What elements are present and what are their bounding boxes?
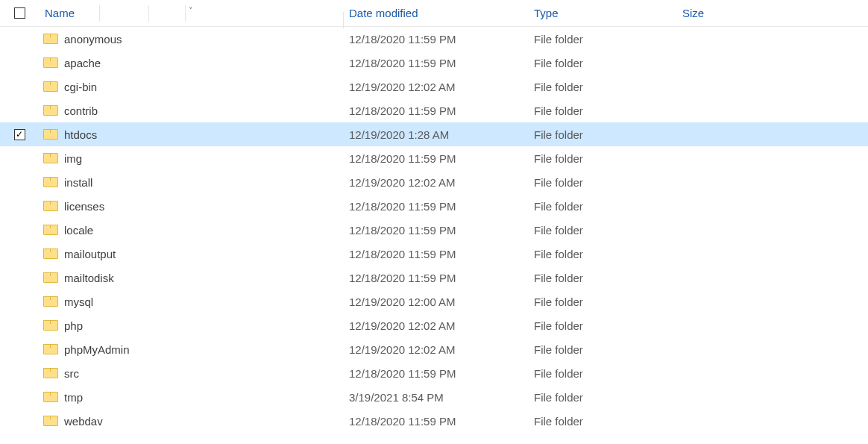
type-cell: File folder bbox=[528, 272, 676, 284]
row-checkbox-cell[interactable] bbox=[0, 153, 39, 164]
select-all-cell[interactable] bbox=[0, 7, 39, 19]
column-header-type[interactable]: Type bbox=[528, 7, 676, 19]
column-header-name[interactable]: Name ˅ bbox=[39, 7, 343, 19]
type-cell: File folder bbox=[528, 415, 676, 428]
file-type: File folder bbox=[528, 367, 583, 380]
file-row[interactable]: phpMyAdmin12/19/2020 12:02 AMFile folder bbox=[0, 337, 868, 361]
row-checkbox-cell[interactable] bbox=[0, 392, 39, 403]
file-row[interactable]: tmp3/19/2021 8:54 PMFile folder bbox=[0, 385, 868, 409]
date-modified: 12/18/2020 11:59 PM bbox=[343, 248, 456, 260]
folder-icon bbox=[43, 177, 57, 187]
file-type: File folder bbox=[528, 104, 583, 117]
name-cell[interactable]: htdocs bbox=[39, 128, 343, 141]
file-name: apache bbox=[64, 57, 101, 69]
name-cell[interactable]: contrib bbox=[39, 104, 343, 117]
date-cell: 12/19/2020 1:28 AM bbox=[343, 128, 528, 141]
file-row[interactable]: contrib12/18/2020 11:59 PMFile folder bbox=[0, 99, 868, 122]
date-cell: 3/19/2021 8:54 PM bbox=[343, 391, 528, 404]
row-checkbox-cell[interactable] bbox=[0, 201, 39, 212]
column-header-size[interactable]: Size bbox=[676, 7, 776, 19]
date-cell: 12/18/2020 11:59 PM bbox=[343, 57, 528, 69]
type-cell: File folder bbox=[528, 152, 676, 165]
name-cell[interactable]: src bbox=[39, 367, 343, 380]
type-cell: File folder bbox=[528, 319, 676, 332]
file-row[interactable]: apache12/18/2020 11:59 PMFile folder bbox=[0, 51, 868, 75]
file-type: File folder bbox=[528, 248, 583, 260]
row-checkbox-cell[interactable]: ✓ bbox=[0, 129, 39, 140]
name-cell[interactable]: webdav bbox=[39, 415, 343, 428]
date-modified: 12/18/2020 11:59 PM bbox=[343, 224, 456, 237]
file-type: File folder bbox=[528, 152, 583, 165]
date-cell: 12/18/2020 11:59 PM bbox=[343, 224, 528, 237]
date-modified: 12/18/2020 11:59 PM bbox=[343, 152, 456, 165]
row-checkbox-cell[interactable] bbox=[0, 248, 39, 260]
name-cell[interactable]: install bbox=[39, 176, 343, 189]
name-cell[interactable]: php bbox=[39, 319, 343, 332]
file-row[interactable]: webdav12/18/2020 11:59 PMFile folder bbox=[0, 409, 868, 433]
name-cell[interactable]: mailoutput bbox=[39, 248, 343, 260]
type-cell: File folder bbox=[528, 57, 676, 69]
name-cell[interactable]: anonymous bbox=[39, 33, 343, 46]
name-cell[interactable]: mysql bbox=[39, 296, 343, 308]
type-cell: File folder bbox=[528, 200, 676, 213]
name-cell[interactable]: locale bbox=[39, 224, 343, 237]
column-header-date[interactable]: Date modified bbox=[343, 7, 528, 19]
file-row[interactable]: ✓htdocs12/19/2020 1:28 AMFile folder bbox=[0, 122, 868, 146]
file-row[interactable]: anonymous12/18/2020 11:59 PMFile folder bbox=[0, 27, 868, 51]
folder-icon bbox=[43, 248, 57, 259]
date-modified: 12/19/2020 12:02 AM bbox=[343, 319, 456, 332]
file-row[interactable]: img12/18/2020 11:59 PMFile folder bbox=[0, 146, 868, 170]
file-row[interactable]: cgi-bin12/19/2020 12:02 AMFile folder bbox=[0, 75, 868, 99]
file-row[interactable]: locale12/18/2020 11:59 PMFile folder bbox=[0, 218, 868, 242]
date-modified: 12/18/2020 11:59 PM bbox=[343, 367, 456, 380]
file-name: src bbox=[64, 367, 79, 380]
file-name: mailoutput bbox=[64, 248, 116, 260]
row-checkbox-cell[interactable] bbox=[0, 34, 39, 45]
file-row[interactable]: mailtodisk12/18/2020 11:59 PMFile folder bbox=[0, 266, 868, 290]
row-checkbox-cell[interactable] bbox=[0, 57, 39, 69]
select-all-checkbox[interactable] bbox=[14, 7, 25, 19]
name-cell[interactable]: tmp bbox=[39, 391, 343, 404]
file-row[interactable]: src12/18/2020 11:59 PMFile folder bbox=[0, 361, 868, 385]
row-checkbox[interactable]: ✓ bbox=[14, 129, 25, 140]
file-type: File folder bbox=[528, 319, 583, 332]
file-name: anonymous bbox=[64, 33, 122, 46]
file-type: File folder bbox=[528, 200, 583, 213]
folder-icon bbox=[43, 105, 57, 116]
file-row[interactable]: mysql12/19/2020 12:00 AMFile folder bbox=[0, 290, 868, 313]
row-checkbox-cell[interactable] bbox=[0, 225, 39, 236]
date-cell: 12/18/2020 11:59 PM bbox=[343, 200, 528, 213]
folder-icon bbox=[43, 416, 57, 426]
row-checkbox-cell[interactable] bbox=[0, 296, 39, 307]
row-checkbox-cell[interactable] bbox=[0, 105, 39, 116]
date-modified: 12/18/2020 11:59 PM bbox=[343, 200, 456, 213]
date-cell: 12/18/2020 11:59 PM bbox=[343, 248, 528, 260]
row-checkbox-cell[interactable] bbox=[0, 177, 39, 188]
column-header-date-label: Date modified bbox=[343, 7, 418, 19]
name-cell[interactable]: cgi-bin bbox=[39, 81, 343, 93]
date-modified: 12/19/2020 12:00 AM bbox=[343, 296, 456, 308]
name-cell[interactable]: licenses bbox=[39, 200, 343, 213]
row-checkbox-cell[interactable] bbox=[0, 81, 39, 93]
file-name: licenses bbox=[64, 200, 104, 213]
row-checkbox-cell[interactable] bbox=[0, 344, 39, 355]
file-name: locale bbox=[64, 224, 93, 237]
file-row[interactable]: php12/19/2020 12:02 AMFile folder bbox=[0, 313, 868, 337]
type-cell: File folder bbox=[528, 224, 676, 237]
row-checkbox-cell[interactable] bbox=[0, 368, 39, 379]
row-checkbox-cell[interactable] bbox=[0, 320, 39, 331]
name-cell[interactable]: mailtodisk bbox=[39, 272, 343, 284]
file-type: File folder bbox=[528, 57, 583, 69]
name-cell[interactable]: apache bbox=[39, 57, 343, 69]
file-name: tmp bbox=[64, 391, 83, 404]
column-header-row: Name ˅ Date modified Type Size bbox=[0, 0, 868, 27]
row-checkbox-cell[interactable] bbox=[0, 416, 39, 427]
row-checkbox-cell[interactable] bbox=[0, 272, 39, 284]
folder-icon bbox=[43, 296, 57, 307]
folder-icon bbox=[43, 81, 57, 92]
file-row[interactable]: licenses12/18/2020 11:59 PMFile folder bbox=[0, 194, 868, 218]
name-cell[interactable]: phpMyAdmin bbox=[39, 343, 343, 356]
file-row[interactable]: install12/19/2020 12:02 AMFile folder bbox=[0, 170, 868, 194]
name-cell[interactable]: img bbox=[39, 152, 343, 165]
file-row[interactable]: mailoutput12/18/2020 11:59 PMFile folder bbox=[0, 242, 868, 266]
